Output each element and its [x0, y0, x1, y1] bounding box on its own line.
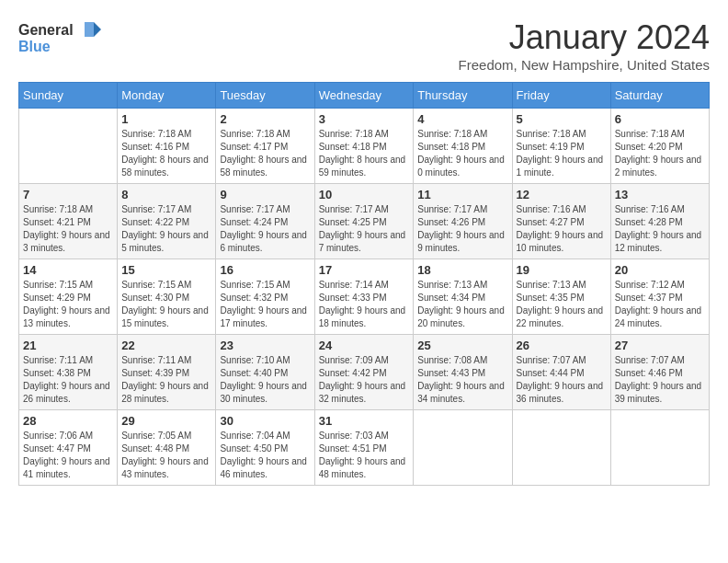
day-info: Sunrise: 7:18 AMSunset: 4:16 PMDaylight:…: [121, 128, 211, 179]
day-number: 25: [417, 339, 507, 352]
calendar-cell: 26Sunrise: 7:07 AMSunset: 4:44 PMDayligh…: [512, 335, 610, 410]
calendar-cell: 13Sunrise: 7:16 AMSunset: 4:28 PMDayligh…: [610, 184, 709, 259]
calendar-cell: 14Sunrise: 7:15 AMSunset: 4:29 PMDayligh…: [19, 259, 118, 335]
day-info: Sunrise: 7:11 AMSunset: 4:38 PMDaylight:…: [23, 354, 113, 406]
day-number: 7: [23, 188, 113, 201]
day-number: 15: [121, 263, 211, 277]
calendar-cell: 3Sunrise: 7:18 AMSunset: 4:18 PMDaylight…: [314, 109, 414, 184]
calendar-cell: 30Sunrise: 7:04 AMSunset: 4:50 PMDayligh…: [216, 410, 314, 486]
day-info: Sunrise: 7:07 AMSunset: 4:46 PMDaylight:…: [615, 354, 705, 406]
calendar-cell: 22Sunrise: 7:11 AMSunset: 4:39 PMDayligh…: [118, 335, 216, 410]
calendar-cell: 7Sunrise: 7:18 AMSunset: 4:21 PMDaylight…: [19, 184, 118, 259]
col-header-sunday: Sunday: [19, 83, 118, 109]
calendar-cell: 12Sunrise: 7:16 AMSunset: 4:27 PMDayligh…: [512, 184, 610, 259]
day-info: Sunrise: 7:18 AMSunset: 4:17 PMDaylight:…: [220, 128, 310, 179]
calendar-cell: 28Sunrise: 7:06 AMSunset: 4:47 PMDayligh…: [19, 410, 118, 486]
day-info: Sunrise: 7:10 AMSunset: 4:40 PMDaylight:…: [220, 354, 310, 406]
day-number: 16: [220, 263, 310, 277]
day-number: 23: [220, 339, 310, 352]
day-number: 20: [615, 263, 705, 277]
day-number: 9: [220, 188, 310, 201]
day-info: Sunrise: 7:13 AMSunset: 4:34 PMDaylight:…: [417, 279, 507, 330]
calendar-week-row: 21Sunrise: 7:11 AMSunset: 4:38 PMDayligh…: [19, 335, 710, 410]
calendar-cell: 2Sunrise: 7:18 AMSunset: 4:17 PMDaylight…: [216, 109, 314, 184]
day-info: Sunrise: 7:12 AMSunset: 4:37 PMDaylight:…: [615, 279, 705, 330]
calendar-week-row: 1Sunrise: 7:18 AMSunset: 4:16 PMDaylight…: [19, 109, 710, 184]
logo: General Blue: [18, 18, 101, 55]
calendar-cell: 18Sunrise: 7:13 AMSunset: 4:34 PMDayligh…: [414, 259, 512, 335]
calendar-cell: [512, 410, 610, 486]
calendar-cell: 19Sunrise: 7:13 AMSunset: 4:35 PMDayligh…: [512, 259, 610, 335]
day-number: 19: [517, 263, 607, 277]
day-info: Sunrise: 7:14 AMSunset: 4:33 PMDaylight:…: [319, 279, 410, 330]
calendar-cell: 17Sunrise: 7:14 AMSunset: 4:33 PMDayligh…: [314, 259, 414, 335]
calendar-week-row: 28Sunrise: 7:06 AMSunset: 4:47 PMDayligh…: [19, 410, 710, 486]
col-header-monday: Monday: [118, 83, 216, 109]
calendar-table: SundayMondayTuesdayWednesdayThursdayFrid…: [18, 82, 710, 486]
day-number: 11: [417, 188, 507, 201]
day-info: Sunrise: 7:03 AMSunset: 4:51 PMDaylight:…: [319, 430, 410, 481]
calendar-cell: 21Sunrise: 7:11 AMSunset: 4:38 PMDayligh…: [19, 335, 118, 410]
day-number: 5: [517, 112, 607, 126]
day-info: Sunrise: 7:17 AMSunset: 4:26 PMDaylight:…: [417, 203, 507, 255]
day-info: Sunrise: 7:18 AMSunset: 4:18 PMDaylight:…: [319, 128, 410, 179]
logo-svg: General Blue: [18, 18, 101, 55]
day-number: 28: [23, 414, 113, 428]
day-info: Sunrise: 7:18 AMSunset: 4:19 PMDaylight:…: [517, 128, 607, 179]
calendar-week-row: 14Sunrise: 7:15 AMSunset: 4:29 PMDayligh…: [19, 259, 710, 335]
calendar-cell: 15Sunrise: 7:15 AMSunset: 4:30 PMDayligh…: [118, 259, 216, 335]
day-number: 13: [615, 188, 705, 201]
calendar-cell: 9Sunrise: 7:17 AMSunset: 4:24 PMDaylight…: [216, 184, 314, 259]
day-number: 27: [615, 339, 705, 352]
svg-text:General: General: [18, 22, 74, 38]
day-number: 21: [23, 339, 113, 352]
day-number: 29: [121, 414, 211, 428]
day-info: Sunrise: 7:17 AMSunset: 4:25 PMDaylight:…: [319, 203, 410, 255]
calendar-cell: [414, 410, 512, 486]
day-info: Sunrise: 7:15 AMSunset: 4:32 PMDaylight:…: [220, 279, 310, 330]
calendar-cell: 4Sunrise: 7:18 AMSunset: 4:18 PMDaylight…: [414, 109, 512, 184]
day-number: 2: [220, 112, 310, 126]
day-number: 6: [615, 112, 705, 126]
calendar-cell: 5Sunrise: 7:18 AMSunset: 4:19 PMDaylight…: [512, 109, 610, 184]
col-header-friday: Friday: [512, 83, 610, 109]
calendar-cell: 31Sunrise: 7:03 AMSunset: 4:51 PMDayligh…: [314, 410, 414, 486]
header: General Blue January 2024 Freedom, New H…: [18, 18, 710, 73]
day-number: 17: [319, 263, 410, 277]
day-info: Sunrise: 7:13 AMSunset: 4:35 PMDaylight:…: [517, 279, 607, 330]
calendar-cell: 20Sunrise: 7:12 AMSunset: 4:37 PMDayligh…: [610, 259, 709, 335]
calendar-body: 1Sunrise: 7:18 AMSunset: 4:16 PMDaylight…: [19, 109, 710, 486]
day-number: 1: [121, 112, 211, 126]
title-area: January 2024 Freedom, New Hampshire, Uni…: [459, 18, 710, 73]
calendar-header-row: SundayMondayTuesdayWednesdayThursdayFrid…: [19, 83, 710, 109]
col-header-tuesday: Tuesday: [216, 83, 314, 109]
calendar-cell: 25Sunrise: 7:08 AMSunset: 4:43 PMDayligh…: [414, 335, 512, 410]
day-info: Sunrise: 7:16 AMSunset: 4:27 PMDaylight:…: [517, 203, 607, 255]
calendar-week-row: 7Sunrise: 7:18 AMSunset: 4:21 PMDaylight…: [19, 184, 710, 259]
day-info: Sunrise: 7:17 AMSunset: 4:24 PMDaylight:…: [220, 203, 310, 255]
day-info: Sunrise: 7:05 AMSunset: 4:48 PMDaylight:…: [121, 430, 211, 481]
day-info: Sunrise: 7:18 AMSunset: 4:21 PMDaylight:…: [23, 203, 113, 255]
day-number: 12: [517, 188, 607, 201]
calendar-cell: 6Sunrise: 7:18 AMSunset: 4:20 PMDaylight…: [610, 109, 709, 184]
day-number: 14: [23, 263, 113, 277]
day-number: 22: [121, 339, 211, 352]
svg-text:Blue: Blue: [18, 39, 51, 54]
calendar-cell: 10Sunrise: 7:17 AMSunset: 4:25 PMDayligh…: [314, 184, 414, 259]
day-info: Sunrise: 7:17 AMSunset: 4:22 PMDaylight:…: [121, 203, 211, 255]
page-title: January 2024: [459, 18, 710, 57]
svg-marker-1: [85, 22, 94, 37]
day-info: Sunrise: 7:15 AMSunset: 4:29 PMDaylight:…: [23, 279, 113, 330]
day-info: Sunrise: 7:08 AMSunset: 4:43 PMDaylight:…: [417, 354, 507, 406]
day-number: 18: [417, 263, 507, 277]
day-number: 3: [319, 112, 410, 126]
calendar-cell: 1Sunrise: 7:18 AMSunset: 4:16 PMDaylight…: [118, 109, 216, 184]
day-number: 26: [517, 339, 607, 352]
calendar-cell: 23Sunrise: 7:10 AMSunset: 4:40 PMDayligh…: [216, 335, 314, 410]
day-info: Sunrise: 7:18 AMSunset: 4:18 PMDaylight:…: [417, 128, 507, 179]
day-info: Sunrise: 7:15 AMSunset: 4:30 PMDaylight:…: [121, 279, 211, 330]
calendar-cell: 29Sunrise: 7:05 AMSunset: 4:48 PMDayligh…: [118, 410, 216, 486]
day-number: 4: [417, 112, 507, 126]
calendar-cell: 27Sunrise: 7:07 AMSunset: 4:46 PMDayligh…: [610, 335, 709, 410]
calendar-cell: [610, 410, 709, 486]
